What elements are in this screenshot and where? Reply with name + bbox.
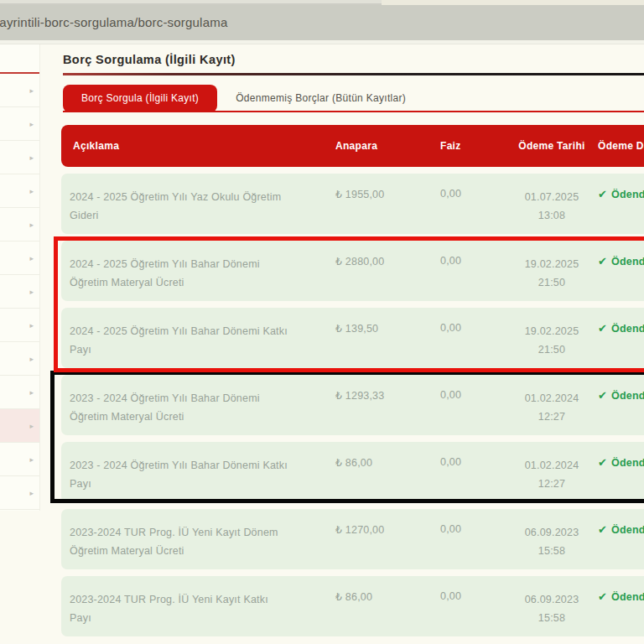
debt-description: 2024 - 2025 Öğretim Yılı Bahar Dönemi Ka…	[61, 308, 335, 368]
sidebar-menu: ▸▸▸▸▸▸▸▸▸▸▸▸▸	[0, 44, 40, 511]
debt-description: 2024 - 2025 Öğretim Yılı Yaz Okulu Öğret…	[61, 174, 335, 234]
sidebar-item[interactable]: ▸	[0, 74, 39, 107]
sidebar-item[interactable]: ▸	[0, 309, 39, 342]
chevron-right-icon: ▸	[29, 187, 34, 195]
payment-status: ✔Ödendi	[598, 241, 644, 301]
chevron-right-icon: ▸	[29, 254, 34, 262]
payment-status: ✔Ödendi	[598, 442, 644, 502]
debt-interest: 0,00	[440, 174, 506, 234]
chevron-right-icon: ▸	[29, 388, 34, 397]
payment-date: 06.09.2023 15:58	[506, 576, 598, 636]
chevron-right-icon: ▸	[29, 321, 34, 330]
payment-date: 01.02.2024 12:27	[506, 442, 598, 502]
table-row: 2023-2024 TUR Prog. İÜ Yeni Kayıt Katkı …	[61, 576, 644, 636]
title-underline	[63, 73, 644, 75]
payment-date: 19.02.2025 21:50	[506, 241, 598, 301]
chevron-right-icon: ▸	[29, 288, 34, 296]
debt-principal: ₺ 1270,00	[335, 509, 440, 569]
sidebar-item[interactable]: ▸	[0, 208, 39, 242]
sidebar-item[interactable]: ▸	[0, 174, 39, 208]
check-icon: ✔	[598, 322, 607, 335]
tab-borc-sorgula[interactable]: Borç Sorgula (İlgili Kayıt)	[63, 85, 217, 112]
payment-status: ✔Ödendi	[598, 174, 644, 234]
debt-interest: 0,00	[440, 308, 506, 368]
browser-tab-segment	[0, 0, 382, 3]
chevron-right-icon: ▸	[29, 153, 34, 162]
payment-status: ✔Ödendi	[598, 576, 644, 636]
sidebar-item[interactable]: ▸	[0, 476, 39, 510]
payment-status: ✔Ödendi	[598, 509, 644, 569]
table-row: 2024 - 2025 Öğretim Yılı Bahar Dönemi Ka…	[61, 308, 644, 368]
main-content: Borç Sorgulama (İlgili Kayıt) Borç Sorgu…	[40, 44, 644, 644]
debt-interest: 0,00	[440, 576, 506, 636]
tab-bar: Borç Sorgula (İlgili Kayıt) Ödenmemiş Bo…	[63, 85, 644, 112]
debt-interest: 0,00	[440, 375, 506, 435]
chevron-right-icon: ▸	[29, 86, 34, 95]
chevron-right-icon: ▸	[29, 422, 34, 430]
sidebar-item[interactable]: ▸	[0, 376, 39, 409]
payment-date: 06.09.2023 15:58	[506, 509, 598, 569]
debt-table-area: Açıklama Anapara Faiz Ödeme Tarihi Ödeme…	[61, 125, 644, 636]
check-icon: ✔	[598, 523, 607, 536]
debt-interest: 0,00	[440, 442, 506, 502]
chevron-right-icon: ▸	[29, 355, 34, 363]
table-row: 2023-2024 TUR Prog. İÜ Yeni Kayıt Dönem …	[61, 509, 644, 569]
check-icon: ✔	[598, 188, 607, 200]
debt-principal: ₺ 139,50	[335, 308, 440, 368]
chevron-right-icon: ▸	[29, 455, 34, 464]
sidebar-item[interactable]: ▸	[0, 107, 39, 141]
table-row: 2024 - 2025 Öğretim Yılı Yaz Okulu Öğret…	[61, 174, 644, 234]
debt-principal: ₺ 1293,33	[335, 375, 440, 435]
tab-odenmemis-borclar[interactable]: Ödenmemiş Borçlar (Bütün Kayıtlar)	[217, 85, 424, 112]
column-header-faiz: Faiz	[440, 140, 506, 152]
table-row: 2023 - 2024 Öğretim Yılı Bahar Dönemi Ka…	[61, 442, 644, 502]
debt-interest: 0,00	[440, 241, 506, 301]
debt-principal: ₺ 86,00	[335, 442, 440, 502]
column-header-odeme-tarihi: Ödeme Tarihi	[506, 140, 598, 152]
debt-table: Açıklama Anapara Faiz Ödeme Tarihi Ödeme…	[61, 125, 644, 636]
debt-principal: ₺ 2880,00	[335, 241, 440, 301]
sidebar-item-active[interactable]: ▸	[0, 409, 39, 443]
debt-table-body: 2024 - 2025 Öğretim Yılı Yaz Okulu Öğret…	[61, 174, 644, 636]
chevron-right-icon: ▸	[29, 221, 34, 229]
table-header-row: Açıklama Anapara Faiz Ödeme Tarihi Ödeme…	[61, 125, 644, 167]
debt-description: 2023-2024 TUR Prog. İÜ Yeni Kayıt Katkı …	[61, 576, 335, 636]
payment-date: 19.02.2025 21:50	[506, 308, 598, 368]
column-header-aciklama: Açıklama	[61, 140, 335, 152]
debt-description: 2023 - 2024 Öğretim Yılı Bahar Dönemi Ka…	[61, 442, 335, 502]
column-header-odeme-durumu: Ödeme Durumu	[598, 140, 644, 152]
sidebar-item[interactable]: ▸	[0, 141, 39, 174]
debt-description: 2023-2024 TUR Prog. İÜ Yeni Kayıt Dönem …	[61, 509, 335, 569]
table-row: 2023 - 2024 Öğretim Yılı Bahar Dönemi Öğ…	[61, 375, 644, 435]
debt-description: 2023 - 2024 Öğretim Yılı Bahar Dönemi Öğ…	[61, 375, 335, 435]
url-text: tayrintili-borc-sorgulama/borc-sorgulama	[0, 5, 644, 40]
debt-interest: 0,00	[440, 509, 506, 569]
check-icon: ✔	[598, 590, 607, 603]
page-title: Borç Sorgulama (İlgili Kayıt)	[63, 44, 644, 66]
table-clip: Açıklama Anapara Faiz Ödeme Tarihi Ödeme…	[61, 125, 644, 636]
payment-status: ✔Ödendi	[598, 308, 644, 368]
debt-description: 2024 - 2025 Öğretim Yılı Bahar Dönemi Öğ…	[61, 241, 335, 301]
debt-principal: ₺ 1955,00	[335, 174, 440, 234]
check-icon: ✔	[598, 389, 607, 402]
chevron-right-icon: ▸	[29, 120, 34, 128]
chevron-right-icon: ▸	[29, 489, 34, 497]
check-icon: ✔	[598, 255, 607, 267]
sidebar-item[interactable]: ▸	[0, 342, 39, 376]
payment-date: 01.07.2025 13:08	[506, 174, 598, 234]
sidebar-item[interactable]: ▸	[0, 275, 39, 309]
address-bar[interactable]: tayrintili-borc-sorgulama/borc-sorgulama	[0, 5, 644, 40]
table-row: 2024 - 2025 Öğretim Yılı Bahar Dönemi Öğ…	[61, 241, 644, 301]
sidebar-item[interactable]: ▸	[0, 443, 39, 476]
check-icon: ✔	[598, 456, 607, 469]
payment-date: 01.02.2024 12:27	[506, 375, 598, 435]
column-header-anapara: Anapara	[335, 140, 440, 152]
debt-principal: ₺ 86,00	[335, 576, 440, 636]
sidebar-item[interactable]: ▸	[0, 242, 39, 275]
payment-status: ✔Ödendi	[598, 375, 644, 435]
